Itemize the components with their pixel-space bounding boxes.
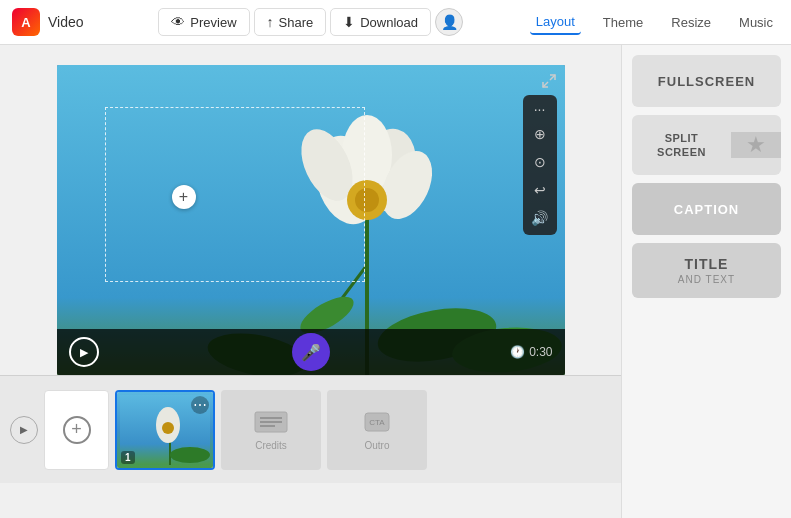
expand-icon[interactable]	[541, 73, 557, 93]
theme-tab[interactable]: Theme	[597, 11, 649, 34]
timeline-credits[interactable]: Credits	[221, 390, 321, 470]
nav-center: 👁 Preview ↑ Share ⬇ Download 👤	[100, 8, 522, 36]
title-main-label: TITLE	[685, 256, 729, 272]
undo-icon[interactable]: ↩	[527, 177, 553, 203]
download-icon: ⬇	[343, 14, 355, 30]
music-tab[interactable]: Music	[733, 11, 779, 34]
layout-tab[interactable]: Layout	[530, 10, 581, 35]
timeline-play-button[interactable]: ▶	[10, 416, 38, 444]
video-controls: ▶ 🎤 🕐 0:30	[57, 329, 565, 375]
user-avatar-button[interactable]: 👤	[435, 8, 463, 36]
timeline-item-1[interactable]: ⋯ 1	[115, 390, 215, 470]
resize-tab[interactable]: Resize	[665, 11, 717, 34]
main-content: + ··· ⊕ ⊙ ↩ 🔊 ▶	[0, 45, 791, 518]
app-logo: A	[12, 8, 40, 36]
layout-split-screen[interactable]: SPLITSCREEN ★	[632, 115, 781, 175]
nav-right: Layout Theme Resize Music	[530, 10, 779, 35]
mic-icon: 🎤	[301, 343, 321, 362]
right-panel: FULLSCREEN SPLITSCREEN ★ CAPTION TITLE A…	[621, 45, 791, 518]
svg-point-20	[170, 447, 210, 463]
tool-panel: ··· ⊕ ⊙ ↩ 🔊	[523, 95, 557, 235]
outro-icon: CTA	[362, 408, 392, 436]
svg-point-19	[162, 422, 174, 434]
timeline-outro[interactable]: CTA Outro	[327, 390, 427, 470]
zoom-fit-icon[interactable]: ⊙	[527, 149, 553, 175]
zoom-in-icon[interactable]: ⊕	[527, 121, 553, 147]
app-title: Video	[48, 14, 84, 30]
split-screen-star: ★	[731, 132, 781, 158]
split-screen-label: SPLITSCREEN	[632, 127, 731, 164]
timeline: ▶ +	[0, 375, 621, 483]
outro-label: Outro	[364, 440, 389, 451]
layout-title-text[interactable]: TITLE AND TEXT	[632, 243, 781, 298]
title-sub-label: AND TEXT	[678, 274, 735, 285]
share-icon: ↑	[267, 14, 274, 30]
mic-button[interactable]: 🎤	[292, 333, 330, 371]
credits-label: Credits	[255, 440, 287, 451]
timeline-item-1-number: 1	[121, 451, 135, 464]
tool-panel-menu[interactable]: ···	[530, 99, 550, 119]
timeline-add-button[interactable]: +	[44, 390, 109, 470]
layout-fullscreen[interactable]: FULLSCREEN	[632, 55, 781, 107]
clock-icon: 🕐	[510, 345, 525, 359]
preview-button[interactable]: 👁 Preview	[158, 8, 249, 36]
timeline-item-1-menu[interactable]: ⋯	[191, 396, 209, 414]
download-button[interactable]: ⬇ Download	[330, 8, 431, 36]
layout-caption[interactable]: CAPTION	[632, 183, 781, 235]
canvas-area: + ··· ⊕ ⊙ ↩ 🔊 ▶	[57, 65, 565, 375]
duration-display: 🕐 0:30	[510, 345, 552, 359]
preview-icon: 👁	[171, 14, 185, 30]
volume-icon[interactable]: 🔊	[527, 205, 553, 231]
svg-text:CTA: CTA	[369, 418, 385, 427]
timeline-play-icon: ▶	[20, 424, 28, 435]
svg-point-10	[355, 188, 379, 212]
add-media-button[interactable]: +	[172, 185, 196, 209]
top-nav: A Video 👁 Preview ↑ Share ⬇ Download 👤 L…	[0, 0, 791, 45]
user-icon: 👤	[441, 14, 458, 30]
left-panel: + ··· ⊕ ⊙ ↩ 🔊 ▶	[0, 45, 621, 518]
play-icon: ▶	[80, 346, 88, 359]
play-button[interactable]: ▶	[69, 337, 99, 367]
credits-icon	[253, 408, 289, 436]
share-button[interactable]: ↑ Share	[254, 8, 327, 36]
add-circle-icon: +	[63, 416, 91, 444]
